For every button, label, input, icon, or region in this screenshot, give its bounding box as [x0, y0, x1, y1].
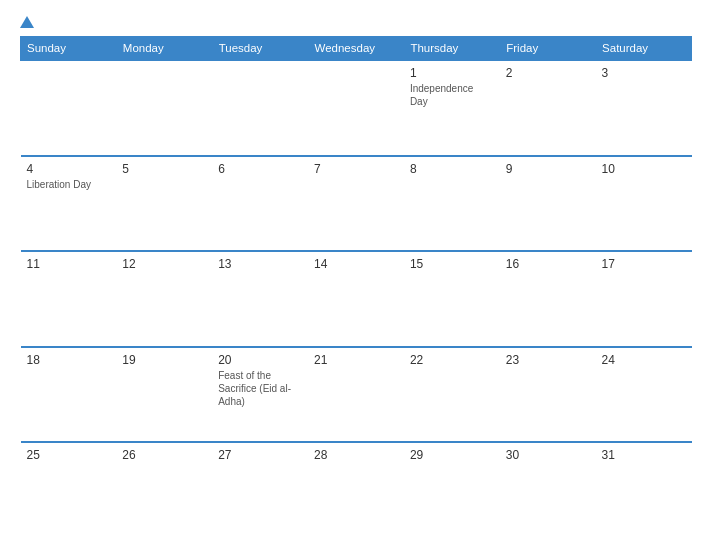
calendar-day-cell: 22 [404, 347, 500, 443]
calendar-day-cell: 25 [21, 442, 117, 538]
day-number: 22 [410, 353, 494, 367]
page: SundayMondayTuesdayWednesdayThursdayFrid… [0, 0, 712, 550]
calendar-day-cell [116, 60, 212, 156]
calendar-week-row: 11121314151617 [21, 251, 692, 347]
calendar-day-cell: 30 [500, 442, 596, 538]
calendar-day-cell: 14 [308, 251, 404, 347]
calendar-day-cell: 12 [116, 251, 212, 347]
holiday-name: Independence Day [410, 83, 473, 107]
day-number: 24 [602, 353, 686, 367]
day-number: 14 [314, 257, 398, 271]
calendar-day-cell: 17 [596, 251, 692, 347]
calendar-day-cell: 3 [596, 60, 692, 156]
calendar-day-header: Tuesday [212, 37, 308, 61]
calendar-day-header: Friday [500, 37, 596, 61]
logo [20, 16, 36, 28]
calendar-day-cell [21, 60, 117, 156]
calendar-day-cell: 23 [500, 347, 596, 443]
calendar-day-cell [308, 60, 404, 156]
calendar-day-cell: 9 [500, 156, 596, 252]
calendar-day-cell: 7 [308, 156, 404, 252]
calendar-day-cell: 19 [116, 347, 212, 443]
day-number: 9 [506, 162, 590, 176]
calendar-day-cell: 5 [116, 156, 212, 252]
calendar-day-cell: 10 [596, 156, 692, 252]
day-number: 25 [27, 448, 111, 462]
day-number: 27 [218, 448, 302, 462]
day-number: 17 [602, 257, 686, 271]
calendar-day-cell: 29 [404, 442, 500, 538]
calendar-day-cell: 2 [500, 60, 596, 156]
holiday-name: Liberation Day [27, 179, 91, 190]
calendar-day-cell: 27 [212, 442, 308, 538]
day-number: 20 [218, 353, 302, 367]
day-number: 28 [314, 448, 398, 462]
calendar-week-row: 1Independence Day23 [21, 60, 692, 156]
day-number: 1 [410, 66, 494, 80]
header [20, 16, 692, 28]
day-number: 29 [410, 448, 494, 462]
calendar-day-cell: 15 [404, 251, 500, 347]
day-number: 5 [122, 162, 206, 176]
country-label [622, 16, 692, 20]
calendar-day-cell: 26 [116, 442, 212, 538]
calendar-day-cell: 8 [404, 156, 500, 252]
logo-triangle-icon [20, 16, 34, 28]
day-number: 4 [27, 162, 111, 176]
day-number: 19 [122, 353, 206, 367]
calendar-day-cell: 18 [21, 347, 117, 443]
day-number: 13 [218, 257, 302, 271]
calendar-day-cell: 28 [308, 442, 404, 538]
calendar-day-cell: 4Liberation Day [21, 156, 117, 252]
calendar-week-row: 4Liberation Day5678910 [21, 156, 692, 252]
day-number: 12 [122, 257, 206, 271]
calendar-day-cell: 16 [500, 251, 596, 347]
day-number: 8 [410, 162, 494, 176]
day-number: 10 [602, 162, 686, 176]
day-number: 26 [122, 448, 206, 462]
logo-blue-text [20, 16, 36, 28]
day-number: 3 [602, 66, 686, 80]
day-number: 21 [314, 353, 398, 367]
calendar-day-cell: 20Feast of the Sacrifice (Eid al-Adha) [212, 347, 308, 443]
day-number: 23 [506, 353, 590, 367]
calendar-week-row: 25262728293031 [21, 442, 692, 538]
day-number: 15 [410, 257, 494, 271]
calendar-day-header: Monday [116, 37, 212, 61]
calendar-day-header: Thursday [404, 37, 500, 61]
holiday-name: Feast of the Sacrifice (Eid al-Adha) [218, 370, 291, 407]
day-number: 11 [27, 257, 111, 271]
calendar-day-cell: 11 [21, 251, 117, 347]
calendar-day-cell: 13 [212, 251, 308, 347]
calendar-table: SundayMondayTuesdayWednesdayThursdayFrid… [20, 36, 692, 538]
calendar-day-cell: 6 [212, 156, 308, 252]
day-number: 31 [602, 448, 686, 462]
calendar-day-cell [212, 60, 308, 156]
calendar-day-cell: 24 [596, 347, 692, 443]
day-number: 18 [27, 353, 111, 367]
calendar-day-cell: 1Independence Day [404, 60, 500, 156]
calendar-day-cell: 31 [596, 442, 692, 538]
day-number: 16 [506, 257, 590, 271]
day-number: 2 [506, 66, 590, 80]
calendar-day-cell: 21 [308, 347, 404, 443]
day-number: 30 [506, 448, 590, 462]
day-number: 6 [218, 162, 302, 176]
calendar-day-header: Sunday [21, 37, 117, 61]
calendar-day-header: Saturday [596, 37, 692, 61]
day-number: 7 [314, 162, 398, 176]
calendar-header-row: SundayMondayTuesdayWednesdayThursdayFrid… [21, 37, 692, 61]
calendar-day-header: Wednesday [308, 37, 404, 61]
calendar-week-row: 181920Feast of the Sacrifice (Eid al-Adh… [21, 347, 692, 443]
